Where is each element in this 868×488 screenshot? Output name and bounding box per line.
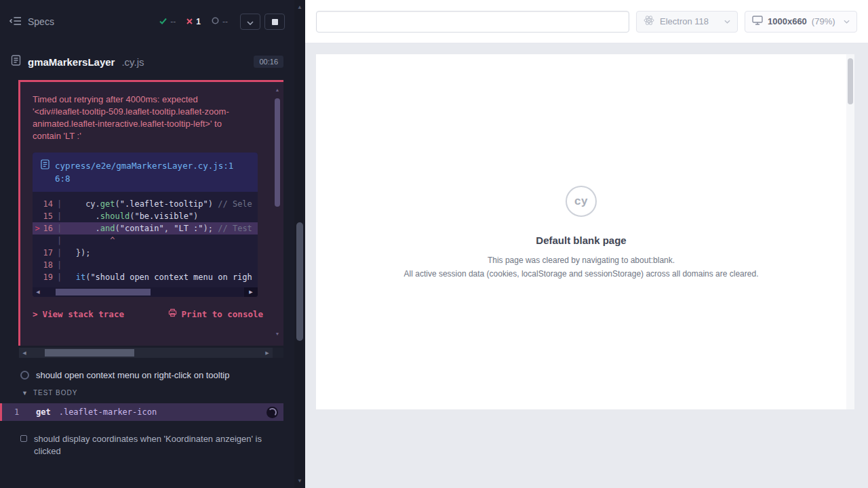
x-icon (186, 17, 193, 26)
stat-failed: 1 (186, 17, 201, 26)
check-icon (159, 17, 167, 26)
test-body-toggle[interactable]: ▼ TEST BODY (0, 389, 294, 396)
page-vertical-scrollbar (846, 54, 854, 409)
scroll-left-icon[interactable]: ◀ (19, 350, 30, 356)
test-queued-icon (20, 435, 27, 442)
chevron-down-icon: ▼ (22, 390, 28, 396)
code-frame-header: cypress/e2e/gmaMarkersLayer.cy.js:16:8 (33, 152, 258, 192)
scroll-up-icon[interactable]: ▲ (274, 87, 281, 92)
spec-extension: .cy.js (121, 56, 144, 68)
collapse-all-button[interactable] (240, 14, 260, 30)
scroll-left-icon[interactable]: ◀ (33, 289, 43, 295)
reporter-sidebar: Specs -- 1 -- (0, 0, 294, 488)
specs-list-button[interactable]: Specs (9, 16, 54, 28)
error-actions: > View stack trace Print to console (33, 308, 283, 319)
test-title: should open context menu on right-click … (36, 370, 229, 380)
blank-page-line1: This page was cleared by navigating to a… (488, 256, 675, 265)
scrollbar-corner (273, 348, 283, 358)
test-stats: -- 1 -- (159, 17, 228, 26)
test-running-spinner-icon (20, 371, 29, 380)
viewport-icon (752, 16, 763, 27)
spec-duration: 00:16 (254, 56, 283, 68)
scrollbar-track[interactable] (43, 287, 244, 297)
view-stack-trace-button[interactable]: > View stack trace (33, 308, 124, 319)
command-method: get (36, 407, 51, 417)
url-input[interactable] (316, 11, 629, 33)
scroll-down-icon[interactable]: ▼ (274, 331, 281, 336)
stat-pending: -- (212, 17, 228, 26)
reporter-horizontal-scrollbar: ◀ ▶ (19, 348, 283, 358)
command-log-entry[interactable]: 1 get .leaflet-marker-icon (0, 403, 283, 421)
spec-name: gmaMarkersLayer (28, 56, 115, 68)
stop-icon (272, 19, 278, 25)
scrollbar-thumb[interactable] (296, 222, 303, 341)
chevron-right-icon: > (33, 309, 38, 319)
error-file-link[interactable]: cypress/e2e/gmaMarkersLayer.cy.js:16:8 (55, 159, 235, 185)
aut-header: Electron 118 1000x660 (79%) (305, 0, 868, 43)
blank-page-line2: All active session data (cookies, localS… (404, 269, 759, 279)
viewport-scale: (79%) (812, 16, 835, 26)
electron-icon (644, 15, 654, 28)
scroll-right-icon[interactable]: ▶ (244, 287, 258, 297)
code-frame-horizontal-scrollbar: ◀ ▶ (33, 287, 258, 297)
blank-page-content: cy Default blank page This page was clea… (316, 54, 854, 409)
stat-passed: -- (159, 17, 176, 26)
code-frame: cypress/e2e/gmaMarkersLayer.cy.js:16:8 1… (33, 152, 258, 297)
print-to-console-button[interactable]: Print to console (168, 308, 263, 319)
reporter-header-buttons (240, 14, 285, 30)
chevron-down-icon (247, 16, 254, 28)
test-item-running[interactable]: should open context menu on right-click … (0, 370, 294, 380)
viewport-size: 1000x660 (768, 16, 807, 26)
scrollbar-thumb[interactable] (45, 349, 134, 357)
command-number: 1 (14, 407, 28, 417)
printer-icon (168, 308, 177, 319)
reporter-header: Specs -- 1 -- (0, 0, 294, 43)
main-area: Electron 118 1000x660 (79%) cy Default b… (305, 0, 868, 488)
stop-run-button[interactable] (264, 14, 285, 30)
test-title: should display coordinates when 'Koordin… (34, 433, 275, 458)
pending-circle-icon (212, 17, 219, 26)
scrollbar-thumb[interactable] (56, 289, 151, 296)
specs-label: Specs (28, 16, 54, 27)
chevron-down-icon (724, 20, 730, 24)
command-pending-spinner-icon (267, 407, 278, 418)
browser-label: Electron 118 (660, 16, 709, 26)
scrollbar-thumb[interactable] (275, 98, 280, 207)
cypress-logo: cy (566, 186, 597, 217)
aut-container: cy Default blank page This page was clea… (305, 43, 868, 488)
browser-select-button[interactable]: Electron 118 (636, 11, 738, 33)
scrollbar-thumb[interactable] (848, 58, 853, 104)
error-panel: Timed out retrying after 4000ms: expecte… (18, 80, 283, 346)
command-target: .leaflet-marker-icon (59, 407, 157, 417)
scroll-right-icon[interactable]: ▶ (262, 350, 273, 356)
spec-header: gmaMarkersLayer .cy.js 00:16 (0, 43, 294, 80)
code-file-icon (41, 159, 50, 172)
scrollbar-track[interactable] (30, 348, 262, 358)
viewport-info-button[interactable]: 1000x660 (79%) (745, 11, 857, 33)
test-item-queued[interactable]: should display coordinates when 'Koordin… (0, 433, 294, 458)
code-lines: 14| cy.get(".leaflet-tooltip") // Sele15… (33, 192, 258, 285)
test-body-label: TEST BODY (33, 389, 78, 396)
specs-list-icon (9, 16, 22, 28)
chevron-down-icon (844, 20, 850, 24)
reporter-vertical-scrollbar: ▲ ▼ (294, 0, 305, 488)
scroll-down-icon[interactable]: ▼ (294, 478, 305, 484)
error-message: Timed out retrying after 4000ms: expecte… (33, 94, 259, 142)
scroll-up-icon[interactable]: ▲ (294, 4, 305, 10)
error-vertical-scrollbar: ▲ ▼ (274, 87, 281, 336)
aut-page: cy Default blank page This page was clea… (316, 54, 854, 409)
spec-file-icon (11, 55, 21, 68)
blank-page-title: Default blank page (536, 235, 626, 246)
